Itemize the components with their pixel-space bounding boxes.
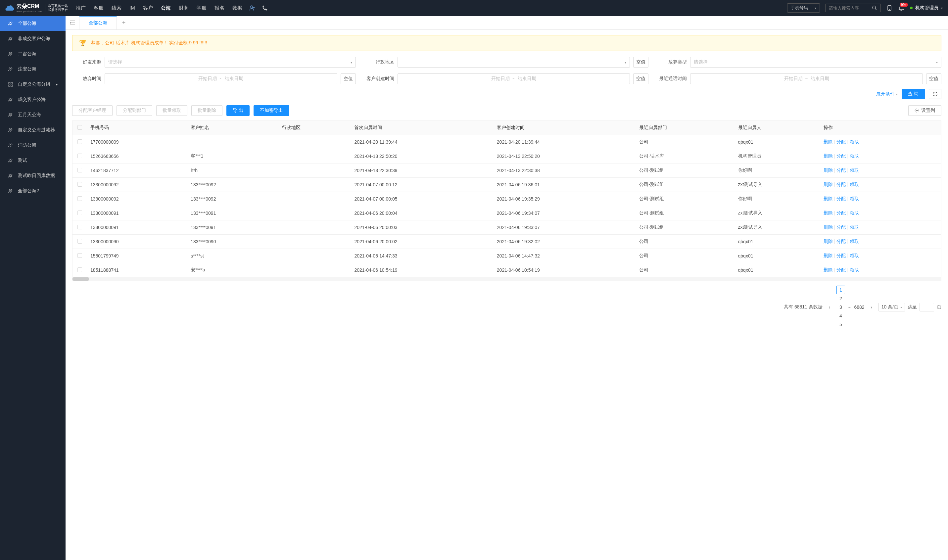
row-delete-button[interactable]: 删除 (823, 139, 833, 144)
sidebar-item[interactable]: 自定义公海分组▾ (0, 77, 66, 92)
row-claim-button[interactable]: 领取 (850, 253, 859, 258)
row-checkbox[interactable] (77, 168, 82, 172)
row-assign-button[interactable]: 分配 (836, 168, 846, 173)
create-time-empty-button[interactable]: 空值 (633, 74, 648, 84)
sidebar-item[interactable]: 二咨公海 (0, 46, 66, 62)
last-call-range[interactable]: 开始日期~结束日期 (690, 74, 923, 84)
row-delete-button[interactable]: 删除 (823, 153, 833, 158)
nav-item[interactable]: IM (129, 5, 135, 11)
row-claim-button[interactable]: 领取 (850, 153, 859, 158)
search-input[interactable] (829, 6, 865, 11)
assign-dept-button[interactable]: 分配到部门 (117, 105, 152, 116)
refresh-button[interactable] (929, 89, 941, 99)
sidebar-item[interactable]: 测试昨日回库数据 (0, 168, 66, 183)
row-assign-button[interactable]: 分配 (836, 153, 846, 158)
row-assign-button[interactable]: 分配 (836, 196, 846, 201)
nav-item[interactable]: 报名 (214, 5, 225, 11)
row-delete-button[interactable]: 删除 (823, 238, 833, 244)
row-checkbox[interactable] (77, 154, 82, 158)
nav-item[interactable]: 客户 (143, 5, 153, 11)
row-assign-button[interactable]: 分配 (836, 182, 846, 187)
row-delete-button[interactable]: 删除 (823, 196, 833, 201)
user-menu[interactable]: 机构管理员 ▾ (910, 5, 943, 11)
region-empty-button[interactable]: 空值 (633, 57, 648, 68)
batch-delete-button[interactable]: 批量删除 (191, 105, 222, 116)
row-checkbox[interactable] (77, 268, 82, 272)
last-call-empty-button[interactable]: 空值 (926, 74, 941, 84)
row-claim-button[interactable]: 领取 (850, 238, 859, 244)
region-select[interactable]: ▾ (397, 57, 630, 68)
abandon-time-range[interactable]: 开始日期~结束日期 (105, 74, 337, 84)
row-delete-button[interactable]: 删除 (823, 210, 833, 215)
row-claim-button[interactable]: 领取 (850, 196, 859, 201)
page-button[interactable]: 4 (836, 311, 845, 320)
row-delete-button[interactable]: 删除 (823, 168, 833, 173)
sidebar-item[interactable]: 成交客户公海 (0, 92, 66, 107)
sidebar-item[interactable]: 全部公海2 (0, 183, 66, 198)
sidebar-item[interactable]: 测试 (0, 153, 66, 168)
row-delete-button[interactable]: 删除 (823, 182, 833, 187)
row-claim-button[interactable]: 领取 (850, 182, 859, 187)
search-type-select[interactable]: 手机号码 ▾ (787, 3, 820, 12)
device-icon[interactable] (886, 5, 893, 11)
row-assign-button[interactable]: 分配 (836, 139, 846, 144)
create-time-range[interactable]: 开始日期~结束日期 (397, 74, 630, 84)
batch-claim-button[interactable]: 批量领取 (156, 105, 187, 116)
settings-columns-button[interactable]: 设置列 (908, 105, 941, 116)
row-checkbox[interactable] (77, 196, 82, 201)
sidebar-item[interactable]: 注安公海 (0, 62, 66, 77)
row-checkbox[interactable] (77, 139, 82, 144)
query-button[interactable]: 查 询 (902, 89, 925, 99)
search-icon[interactable] (872, 5, 877, 11)
tabs-collapse-button[interactable] (66, 16, 80, 29)
page-button[interactable]: 3 (836, 303, 845, 311)
row-checkbox[interactable] (77, 239, 82, 244)
row-delete-button[interactable]: 删除 (823, 253, 833, 258)
row-checkbox[interactable] (77, 225, 82, 229)
row-claim-button[interactable]: 领取 (850, 225, 859, 230)
nav-item[interactable]: 推广 (76, 5, 86, 11)
page-button[interactable]: 1 (836, 286, 845, 294)
expand-filters-button[interactable]: 展开条件▾ (876, 91, 898, 97)
row-assign-button[interactable]: 分配 (836, 267, 846, 272)
prev-page-button[interactable]: ‹ (825, 303, 834, 311)
next-page-button[interactable]: › (867, 303, 876, 311)
export-button[interactable]: 导 出 (226, 105, 249, 116)
jump-input[interactable] (920, 303, 934, 311)
horizontal-scrollbar[interactable] (72, 277, 941, 281)
nav-item[interactable]: 学服 (197, 5, 206, 11)
nav-item[interactable]: 数据 (232, 5, 242, 11)
row-delete-button[interactable]: 删除 (823, 267, 833, 272)
nav-item[interactable]: 财务 (179, 5, 189, 11)
row-assign-button[interactable]: 分配 (836, 210, 846, 215)
page-button[interactable]: 5 (836, 320, 845, 329)
notifications[interactable]: 99+ (898, 5, 905, 11)
nav-item[interactable]: 线索 (112, 5, 122, 11)
abandon-type-select[interactable]: 请选择▾ (690, 57, 941, 68)
export-plain-button[interactable]: 不加密导出 (254, 105, 289, 116)
phone-icon[interactable] (262, 5, 268, 11)
row-claim-button[interactable]: 领取 (850, 267, 859, 272)
row-delete-button[interactable]: 删除 (823, 225, 833, 230)
add-user-icon[interactable] (249, 5, 255, 11)
sidebar-item[interactable]: 五月天公海 (0, 107, 66, 123)
row-assign-button[interactable]: 分配 (836, 225, 846, 230)
row-checkbox[interactable] (77, 182, 82, 187)
nav-item[interactable]: 公海 (161, 5, 171, 11)
row-checkbox[interactable] (77, 211, 82, 215)
tab-add-button[interactable]: + (117, 16, 131, 29)
select-all-checkbox[interactable] (77, 125, 82, 130)
row-assign-button[interactable]: 分配 (836, 253, 846, 258)
page-size-select[interactable]: 10 条/页▾ (879, 303, 905, 311)
sidebar-item[interactable]: 全部公海 (0, 16, 66, 31)
row-assign-button[interactable]: 分配 (836, 238, 846, 244)
friend-source-select[interactable]: 请选择▾ (105, 57, 356, 68)
row-checkbox[interactable] (77, 253, 82, 258)
sidebar-item[interactable]: 非成交客户公海 (0, 31, 66, 46)
sidebar-item[interactable]: 消防公海 (0, 138, 66, 153)
abandon-time-empty-button[interactable]: 空值 (341, 74, 356, 84)
tab-active[interactable]: 全部公海 (80, 16, 117, 29)
page-button[interactable]: 2 (836, 294, 845, 303)
nav-item[interactable]: 客服 (94, 5, 104, 11)
sidebar-item[interactable]: 自定义公海过滤器 (0, 123, 66, 138)
